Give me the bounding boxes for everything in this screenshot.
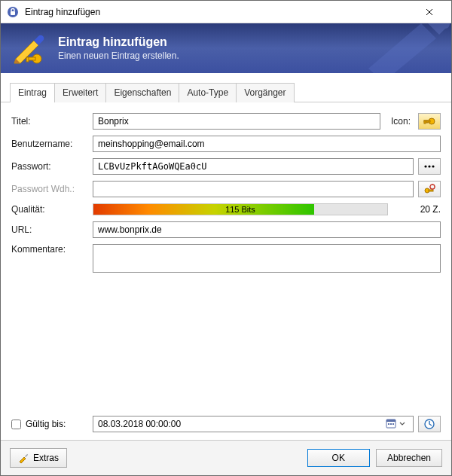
comments-textarea[interactable] bbox=[93, 244, 441, 273]
label-title: Titel: bbox=[11, 116, 93, 127]
tab-autotype[interactable]: Auto-Type bbox=[179, 83, 237, 102]
password-repeat-input bbox=[93, 181, 414, 197]
clock-icon bbox=[423, 418, 435, 430]
label-expires: Gültig bis: bbox=[26, 419, 66, 429]
svg-rect-18 bbox=[390, 423, 392, 425]
row-comments: Kommentare: bbox=[11, 244, 441, 404]
label-password-repeat: Passwort Wdh.: bbox=[11, 184, 93, 194]
url-input[interactable] bbox=[93, 221, 441, 238]
tools-icon bbox=[18, 453, 29, 463]
label-comments: Kommentare: bbox=[11, 244, 93, 255]
ok-button[interactable]: OK bbox=[307, 449, 370, 467]
quality-fill bbox=[93, 204, 314, 215]
quality-bits-text: 115 Bits bbox=[225, 205, 255, 214]
titlebar: Eintrag hinzufügen bbox=[1, 1, 451, 23]
pencil-key-icon bbox=[11, 30, 47, 66]
row-password: Passwort: bbox=[11, 158, 441, 175]
window-title: Eintrag hinzufügen bbox=[25, 7, 412, 17]
quality-meter: 115 Bits bbox=[93, 203, 388, 215]
calendar-icon bbox=[386, 418, 398, 430]
row-username: Benutzername: bbox=[11, 136, 441, 152]
label-username: Benutzername: bbox=[11, 139, 93, 149]
generate-password-button[interactable] bbox=[418, 181, 441, 197]
form-body: Titel: Icon: Benutzername: Passwort: bbox=[1, 102, 451, 440]
expiry-date-value: 08.03.2018 00:00:00 bbox=[98, 419, 386, 429]
label-password: Passwort: bbox=[11, 161, 93, 172]
banner-subheading: Einen neuen Eintrag erstellen. bbox=[58, 50, 179, 61]
extras-button-label: Extras bbox=[33, 453, 59, 463]
app-lock-icon bbox=[7, 6, 19, 18]
svg-rect-8 bbox=[426, 121, 428, 123]
expires-checkbox[interactable] bbox=[11, 420, 21, 429]
expiry-preset-button[interactable] bbox=[418, 416, 441, 432]
svg-rect-1 bbox=[11, 11, 15, 15]
tab-history[interactable]: Vorgänger bbox=[236, 83, 294, 102]
extras-button[interactable]: Extras bbox=[10, 448, 67, 468]
svg-rect-13 bbox=[429, 190, 433, 191]
banner-heading: Eintrag hinzufügen bbox=[58, 35, 179, 49]
title-input[interactable] bbox=[93, 113, 380, 130]
label-quality: Qualität: bbox=[11, 204, 93, 215]
header-banner: Eintrag hinzufügen Einen neuen Eintrag e… bbox=[1, 23, 451, 73]
dialog-footer: Extras OK Abbrechen bbox=[1, 440, 451, 475]
label-icon: Icon: bbox=[380, 116, 411, 127]
svg-rect-17 bbox=[388, 423, 389, 425]
svg-rect-7 bbox=[424, 121, 426, 124]
tab-bar: Eintrag Erweitert Eigenschaften Auto-Typ… bbox=[1, 73, 451, 102]
svg-point-9 bbox=[424, 165, 426, 167]
svg-rect-4 bbox=[26, 57, 29, 62]
ok-button-label: OK bbox=[332, 453, 345, 463]
row-title: Titel: Icon: bbox=[11, 113, 441, 130]
key-icon bbox=[423, 117, 435, 126]
password-input[interactable] bbox=[93, 158, 414, 175]
banner-bg-art bbox=[353, 23, 451, 73]
row-expires: Gültig bis: 08.03.2018 00:00:00 bbox=[11, 416, 441, 432]
tab-properties[interactable]: Eigenschaften bbox=[105, 83, 179, 102]
tab-advanced[interactable]: Erweitert bbox=[54, 83, 106, 102]
username-input[interactable] bbox=[93, 136, 441, 152]
svg-rect-16 bbox=[386, 420, 396, 422]
expiry-datetime-picker[interactable]: 08.03.2018 00:00:00 bbox=[93, 416, 414, 432]
quality-chars-text: 20 Z. bbox=[396, 204, 441, 215]
icon-picker-button[interactable] bbox=[418, 113, 441, 130]
svg-point-11 bbox=[432, 165, 434, 167]
row-password-repeat: Passwort Wdh.: bbox=[11, 181, 441, 197]
expires-checkbox-label[interactable]: Gültig bis: bbox=[11, 419, 93, 429]
dots-icon bbox=[423, 163, 435, 169]
chevron-down-icon bbox=[399, 422, 410, 426]
dialog-window: Eintrag hinzufügen Eintrag hinzufügen Ei… bbox=[0, 0, 452, 476]
banner-text: Eintrag hinzufügen Einen neuen Eintrag e… bbox=[58, 35, 179, 61]
cancel-button-label: Abbrechen bbox=[387, 453, 431, 463]
row-quality: Qualität: 115 Bits 20 Z. bbox=[11, 203, 441, 215]
key-gear-icon bbox=[423, 184, 435, 194]
svg-point-10 bbox=[428, 165, 430, 167]
row-url: URL: bbox=[11, 221, 441, 238]
toggle-password-visibility-button[interactable] bbox=[418, 158, 441, 175]
svg-rect-19 bbox=[392, 423, 394, 425]
label-url: URL: bbox=[11, 224, 93, 235]
cancel-button[interactable]: Abbrechen bbox=[376, 449, 442, 467]
close-button[interactable] bbox=[412, 1, 447, 23]
tab-entry[interactable]: Eintrag bbox=[10, 83, 55, 102]
